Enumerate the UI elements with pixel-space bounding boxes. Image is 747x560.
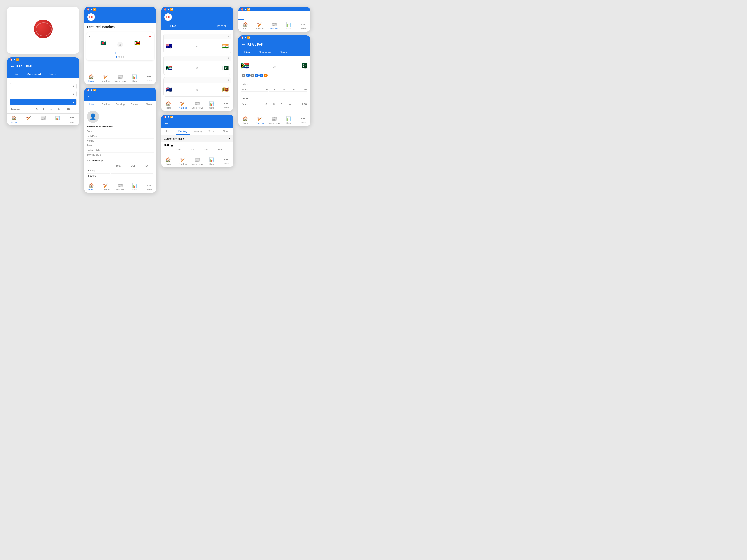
nav-stats-6[interactable]: 📊 Stats xyxy=(282,22,296,30)
player-avatar-row: 👤 xyxy=(87,111,154,123)
nav-stats[interactable]: 📊 xyxy=(50,115,65,124)
tab-upcoming[interactable] xyxy=(185,23,209,30)
nav-news-4[interactable]: 📰 Latest News xyxy=(190,101,205,109)
nav-news-6[interactable]: 📰 Latest News xyxy=(267,22,282,30)
tab-info-2[interactable]: Info xyxy=(161,128,176,135)
batting-back-arrow[interactable]: ← xyxy=(164,121,169,126)
nav-home[interactable]: 🏠 Home xyxy=(7,115,22,124)
nav-stats-4[interactable]: 📊 Stats xyxy=(205,101,219,109)
bottom-nav-3: 🏠 Home 🏏 Matches 📰 Latest News 📊 Stats •… xyxy=(84,181,156,193)
match-back-header: ← RSA v PAK xyxy=(10,64,32,69)
nav-stats-3[interactable]: 📊 Stats xyxy=(127,183,142,191)
nav-news[interactable]: 📰 xyxy=(36,115,50,124)
tab-highlights[interactable] xyxy=(61,71,80,78)
batting-stats-label: Batting xyxy=(164,144,231,146)
international-title xyxy=(161,30,233,34)
nav-home-2[interactable]: 🏠 Home xyxy=(84,74,99,83)
live-back-arrow[interactable]: ← xyxy=(241,42,246,47)
batting-options[interactable]: ⋮ xyxy=(226,121,230,126)
ball-1: • xyxy=(241,74,246,77)
tab-batting-2[interactable]: Batting xyxy=(176,128,190,135)
innings-row-2[interactable]: ▾ xyxy=(10,91,77,97)
nav-more-3[interactable]: ••• More xyxy=(142,183,156,191)
nav-more-4[interactable]: ••• More xyxy=(219,101,233,109)
nav-home-7[interactable]: 🏠 Home xyxy=(238,116,253,125)
tab-highlights-detail[interactable] xyxy=(292,49,311,56)
vs-live: vs xyxy=(273,65,276,69)
tab-overs-detail[interactable]: Overs xyxy=(274,49,292,56)
live-options[interactable]: ⋮ xyxy=(303,42,307,47)
nav-more-6[interactable]: ••• More xyxy=(296,22,310,30)
nav-stats-7[interactable]: 📊 Stats xyxy=(282,116,296,125)
news-tab-matches[interactable] xyxy=(238,16,244,20)
news-tab-highlights[interactable] xyxy=(249,16,255,20)
tab-scorecard[interactable]: Scorecard xyxy=(25,71,44,78)
innings-row-1[interactable]: ▾ xyxy=(10,83,77,89)
live-match-tabs: Live Scorecard Overs xyxy=(238,49,310,56)
nav-stats-2[interactable]: 📊 Stats xyxy=(127,74,142,83)
tab-bowling-2[interactable]: Bowling xyxy=(190,128,205,135)
innings-row-3[interactable]: ▴ xyxy=(10,99,77,105)
career-header[interactable]: Career Information ▾ xyxy=(161,135,233,142)
tab-career[interactable]: Career xyxy=(127,101,142,108)
tab-news-2[interactable]: News xyxy=(219,128,233,135)
player-tabs-batting: Info Batting Bowling Career News xyxy=(161,128,233,135)
team-sa: 🇿🇦 xyxy=(166,65,174,71)
nav-more-5[interactable]: ••• More xyxy=(219,157,233,166)
tab-recent[interactable]: Recent xyxy=(209,23,233,30)
status-bar-2: ⏰ ▼ 📶 xyxy=(84,7,156,11)
nav-home-6[interactable]: 🏠 Home xyxy=(238,22,253,30)
nav-home-4[interactable]: 🏠 Home xyxy=(161,101,176,109)
nav-home-5[interactable]: 🏠 Home xyxy=(161,157,176,166)
live-match-phone: ⏰ ▼ 📶 ← RSA v PAK ⋮ Live Scorecard Overs xyxy=(238,35,310,126)
nav-matches-7[interactable]: 🏏 Matches xyxy=(253,116,267,125)
nav-more-2[interactable]: ••• More xyxy=(142,74,156,83)
tab-news[interactable]: News xyxy=(142,101,156,108)
tab-live-main[interactable]: Live xyxy=(161,23,185,30)
tab-batting[interactable]: Batting xyxy=(99,101,113,108)
live-statistic-btn[interactable] xyxy=(115,52,125,54)
news-tab-latest[interactable] xyxy=(244,16,249,20)
intl-match-3[interactable]: ℹ 🇳🇿 vs xyxy=(163,77,231,97)
options-menu[interactable]: ⋮ xyxy=(72,64,76,69)
nav-matches-6[interactable]: 🏏 Matches xyxy=(253,22,267,30)
dot-2[interactable] xyxy=(118,56,120,58)
team-aus: 🇦🇺 xyxy=(166,43,174,49)
player-options[interactable]: ⋮ xyxy=(149,94,153,99)
tab-bowling[interactable]: Bowling xyxy=(113,101,127,108)
nav-news-7[interactable]: 📰 Latest News xyxy=(267,116,282,125)
tab-live-detail[interactable]: Live xyxy=(238,49,256,56)
intl-match-1[interactable]: ℹ 🇦🇺 vs 🇮🇳 xyxy=(163,34,231,53)
nav-more[interactable]: ••• More xyxy=(65,115,79,124)
tab-career-2[interactable]: Career xyxy=(205,128,219,135)
expand-icon-3[interactable]: ▴ xyxy=(73,100,74,104)
nav-matches[interactable]: 🏏 xyxy=(22,115,36,124)
expand-icon-2[interactable]: ▾ xyxy=(73,92,74,96)
tab-info[interactable]: Info xyxy=(84,101,99,108)
nav-news-5[interactable]: 📰 Latest News xyxy=(190,157,205,166)
nav-more-7[interactable]: ••• More xyxy=(296,116,310,125)
options-menu-2[interactable]: ⋮ xyxy=(149,15,153,20)
nav-stats-5[interactable]: 📊 Stats xyxy=(205,157,219,166)
status-bar-4: ⏰ ▼ 📶 xyxy=(161,7,233,11)
nav-matches-5[interactable]: 🏏 Matches xyxy=(176,157,190,166)
back-arrow[interactable]: ← xyxy=(10,64,15,69)
nav-matches-2[interactable]: 🏏 Matches xyxy=(99,74,113,83)
matches-icon: 🏏 xyxy=(26,115,31,121)
expand-icon-1[interactable]: ▾ xyxy=(73,84,74,88)
player-back-arrow[interactable]: ← xyxy=(87,94,92,99)
nav-matches-3[interactable]: 🏏 Matches xyxy=(99,183,113,191)
tab-scorecard-detail[interactable]: Scorecard xyxy=(256,49,275,56)
nav-home-3[interactable]: 🏠 Home xyxy=(84,183,99,191)
tab-live[interactable]: Live xyxy=(7,71,25,78)
dot-1[interactable] xyxy=(116,56,118,58)
dot-3[interactable] xyxy=(121,56,122,58)
bottom-nav-2: 🏠 Home 🏏 Matches 📰 Latest News 📊 Stats •… xyxy=(84,72,156,84)
intl-match-2[interactable]: ℹ 🇿🇦 vs xyxy=(163,56,231,75)
intl-body-3: 🇳🇿 vs 🇱🇰 xyxy=(164,85,231,96)
tab-overs[interactable]: Overs xyxy=(43,71,61,78)
nav-matches-4[interactable]: 🏏 Matches xyxy=(176,101,190,109)
dot-4[interactable] xyxy=(123,56,124,58)
nav-news-2[interactable]: 📰 Latest News xyxy=(113,74,127,83)
nav-news-3[interactable]: 📰 Latest News xyxy=(113,183,127,191)
